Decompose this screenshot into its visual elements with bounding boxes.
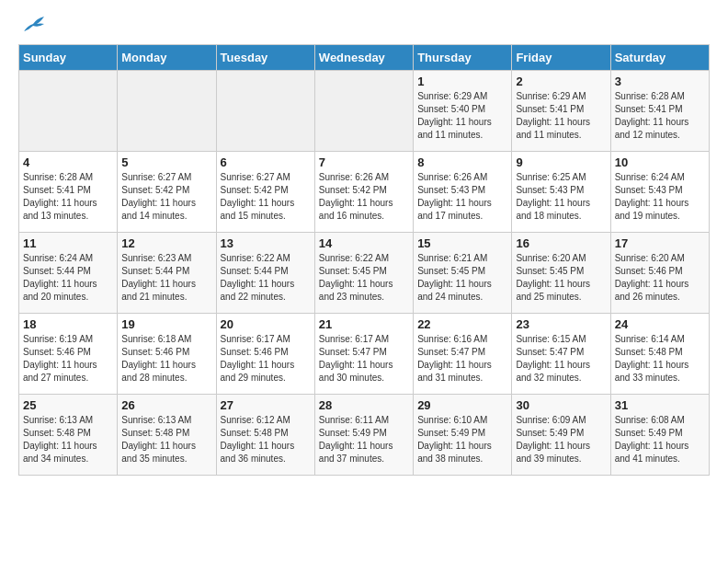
sunset-label: Sunset: 5:46 PM (221, 347, 289, 357)
day-number: 26 (121, 398, 211, 412)
sunset-label: Sunset: 5:47 PM (417, 347, 485, 357)
logo (18, 18, 46, 35)
day-number: 24 (615, 317, 705, 331)
daylight-label: Daylight: 11 hours and 20 minutes. (23, 279, 97, 302)
calendar-cell-13: 13 Sunrise: 6:22 AM Sunset: 5:44 PM Dayl… (216, 233, 314, 314)
sunrise-label: Sunrise: 6:23 AM (121, 253, 191, 263)
sunrise-label: Sunrise: 6:29 AM (516, 91, 586, 101)
sunrise-label: Sunrise: 6:26 AM (417, 172, 487, 182)
cell-details: Sunrise: 6:09 AM Sunset: 5:49 PM Dayligh… (516, 414, 606, 465)
calendar-cell-30: 30 Sunrise: 6:09 AM Sunset: 5:49 PM Dayl… (512, 395, 610, 476)
daylight-label: Daylight: 11 hours and 35 minutes. (121, 441, 196, 464)
sunrise-label: Sunrise: 6:11 AM (319, 415, 389, 425)
calendar-cell-21: 21 Sunrise: 6:17 AM Sunset: 5:47 PM Dayl… (314, 314, 413, 395)
sunset-label: Sunset: 5:48 PM (221, 428, 289, 438)
cell-details: Sunrise: 6:15 AM Sunset: 5:47 PM Dayligh… (516, 333, 606, 385)
sunset-label: Sunset: 5:49 PM (417, 428, 485, 438)
sunset-label: Sunset: 5:49 PM (615, 428, 683, 438)
sunrise-label: Sunrise: 6:14 AM (615, 334, 685, 344)
cell-details: Sunrise: 6:26 AM Sunset: 5:42 PM Dayligh… (319, 171, 409, 223)
cell-details: Sunrise: 6:08 AM Sunset: 5:49 PM Dayligh… (615, 414, 705, 465)
sunset-label: Sunset: 5:49 PM (516, 428, 584, 438)
calendar-cell-23: 23 Sunrise: 6:15 AM Sunset: 5:47 PM Dayl… (512, 314, 610, 395)
cell-details: Sunrise: 6:12 AM Sunset: 5:48 PM Dayligh… (221, 414, 311, 465)
daylight-label: Daylight: 11 hours and 13 minutes. (23, 198, 97, 221)
sunrise-label: Sunrise: 6:09 AM (516, 415, 586, 425)
sunset-label: Sunset: 5:46 PM (121, 347, 189, 357)
calendar-cell-27: 27 Sunrise: 6:12 AM Sunset: 5:48 PM Dayl… (216, 395, 314, 476)
day-number: 19 (121, 317, 211, 331)
daylight-label: Daylight: 11 hours and 39 minutes. (516, 441, 590, 464)
cell-details: Sunrise: 6:27 AM Sunset: 5:42 PM Dayligh… (121, 171, 211, 223)
day-number: 13 (221, 236, 311, 250)
sunrise-label: Sunrise: 6:19 AM (23, 334, 93, 344)
cell-details: Sunrise: 6:29 AM Sunset: 5:40 PM Dayligh… (417, 90, 507, 142)
day-number: 17 (615, 236, 705, 250)
day-number: 20 (221, 317, 311, 331)
day-number: 30 (516, 398, 606, 412)
cell-details: Sunrise: 6:20 AM Sunset: 5:45 PM Dayligh… (516, 252, 606, 304)
sunset-label: Sunset: 5:49 PM (319, 428, 387, 438)
sunset-label: Sunset: 5:44 PM (221, 266, 289, 276)
cell-details: Sunrise: 6:28 AM Sunset: 5:41 PM Dayligh… (23, 171, 113, 223)
cell-details: Sunrise: 6:23 AM Sunset: 5:44 PM Dayligh… (121, 252, 211, 304)
daylight-label: Daylight: 11 hours and 29 minutes. (221, 360, 295, 383)
calendar-cell-16: 16 Sunrise: 6:20 AM Sunset: 5:45 PM Dayl… (512, 233, 610, 314)
day-number: 7 (319, 155, 409, 169)
calendar-cell-11: 11 Sunrise: 6:24 AM Sunset: 5:44 PM Dayl… (19, 233, 118, 314)
cell-details: Sunrise: 6:20 AM Sunset: 5:46 PM Dayligh… (615, 252, 705, 304)
day-number: 9 (516, 155, 606, 169)
daylight-label: Daylight: 11 hours and 18 minutes. (516, 198, 590, 221)
calendar-cell-empty (216, 71, 314, 152)
week-row-4: 18 Sunrise: 6:19 AM Sunset: 5:46 PM Dayl… (19, 314, 710, 395)
calendar-cell-17: 17 Sunrise: 6:20 AM Sunset: 5:46 PM Dayl… (610, 233, 709, 314)
sunrise-label: Sunrise: 6:17 AM (319, 334, 389, 344)
calendar-cell-4: 4 Sunrise: 6:28 AM Sunset: 5:41 PM Dayli… (19, 152, 118, 233)
daylight-label: Daylight: 11 hours and 28 minutes. (121, 360, 196, 383)
day-number: 14 (319, 236, 409, 250)
calendar-cell-empty (19, 71, 118, 152)
calendar-cell-8: 8 Sunrise: 6:26 AM Sunset: 5:43 PM Dayli… (414, 152, 512, 233)
day-number: 16 (516, 236, 606, 250)
cell-details: Sunrise: 6:25 AM Sunset: 5:43 PM Dayligh… (516, 171, 606, 223)
daylight-label: Daylight: 11 hours and 15 minutes. (221, 198, 295, 221)
sunset-label: Sunset: 5:40 PM (417, 104, 485, 114)
calendar-cell-22: 22 Sunrise: 6:16 AM Sunset: 5:47 PM Dayl… (414, 314, 512, 395)
calendar-cell-20: 20 Sunrise: 6:17 AM Sunset: 5:46 PM Dayl… (216, 314, 314, 395)
sunset-label: Sunset: 5:48 PM (121, 428, 189, 438)
daylight-label: Daylight: 11 hours and 17 minutes. (417, 198, 492, 221)
calendar-cell-31: 31 Sunrise: 6:08 AM Sunset: 5:49 PM Dayl… (610, 395, 709, 476)
sunset-label: Sunset: 5:42 PM (319, 185, 387, 195)
daylight-label: Daylight: 11 hours and 31 minutes. (417, 360, 492, 383)
logo-bird-icon (20, 15, 46, 35)
weekday-header-tuesday: Tuesday (216, 45, 314, 71)
day-number: 6 (221, 155, 311, 169)
daylight-label: Daylight: 11 hours and 16 minutes. (319, 198, 393, 221)
sunset-label: Sunset: 5:42 PM (221, 185, 289, 195)
cell-details: Sunrise: 6:17 AM Sunset: 5:47 PM Dayligh… (319, 333, 409, 385)
cell-details: Sunrise: 6:17 AM Sunset: 5:46 PM Dayligh… (221, 333, 311, 385)
daylight-label: Daylight: 11 hours and 27 minutes. (23, 360, 97, 383)
calendar-cell-5: 5 Sunrise: 6:27 AM Sunset: 5:42 PM Dayli… (118, 152, 216, 233)
daylight-label: Daylight: 11 hours and 25 minutes. (516, 279, 590, 302)
sunrise-label: Sunrise: 6:22 AM (221, 253, 290, 263)
cell-details: Sunrise: 6:29 AM Sunset: 5:41 PM Dayligh… (516, 90, 606, 142)
calendar-cell-25: 25 Sunrise: 6:13 AM Sunset: 5:48 PM Dayl… (19, 395, 118, 476)
cell-details: Sunrise: 6:26 AM Sunset: 5:43 PM Dayligh… (417, 171, 507, 223)
day-number: 3 (615, 75, 705, 88)
sunrise-label: Sunrise: 6:22 AM (319, 253, 389, 263)
sunrise-label: Sunrise: 6:26 AM (319, 172, 389, 182)
weekday-header-friday: Friday (512, 45, 610, 71)
sunset-label: Sunset: 5:45 PM (319, 266, 387, 276)
cell-details: Sunrise: 6:28 AM Sunset: 5:41 PM Dayligh… (615, 90, 705, 142)
day-number: 25 (23, 398, 113, 412)
sunrise-label: Sunrise: 6:20 AM (516, 253, 586, 263)
day-number: 1 (417, 75, 507, 88)
cell-details: Sunrise: 6:10 AM Sunset: 5:49 PM Dayligh… (417, 414, 507, 465)
daylight-label: Daylight: 11 hours and 34 minutes. (23, 441, 97, 464)
cell-details: Sunrise: 6:18 AM Sunset: 5:46 PM Dayligh… (121, 333, 211, 385)
sunrise-label: Sunrise: 6:28 AM (615, 91, 685, 101)
weekday-header-monday: Monday (118, 45, 216, 71)
daylight-label: Daylight: 11 hours and 26 minutes. (615, 279, 689, 302)
calendar-cell-26: 26 Sunrise: 6:13 AM Sunset: 5:48 PM Dayl… (118, 395, 216, 476)
